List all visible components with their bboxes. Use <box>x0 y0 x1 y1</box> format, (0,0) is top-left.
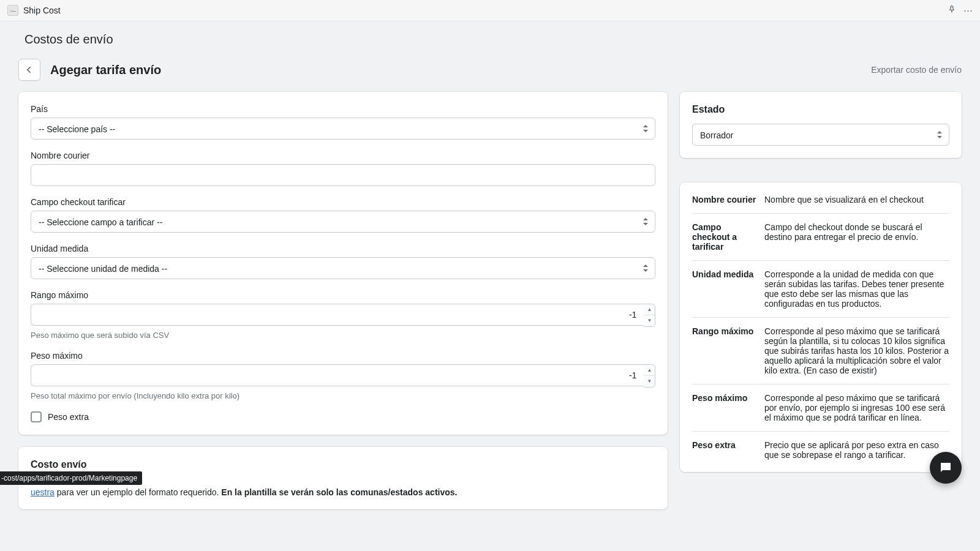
info-desc: Campo del checkout donde se buscará el d… <box>764 214 949 261</box>
export-link[interactable]: Exportar costo de envío <box>871 65 962 75</box>
peso-step-down[interactable]: ▼ <box>644 376 655 387</box>
app-bar: ◦– Ship Cost ⋯ <box>0 0 980 21</box>
info-row: Campo checkout a tarificarCampo del chec… <box>692 214 949 261</box>
peso-extra-checkbox[interactable] <box>31 411 42 422</box>
info-row: Unidad medidaCorresponde a la unidad de … <box>692 261 949 318</box>
info-row: Peso extraPrecio que se aplicará por pes… <box>692 432 949 469</box>
status-card: Estado Borrador <box>680 92 962 158</box>
campo-select[interactable]: -- Seleccione campo a tarificar -- <box>31 211 655 233</box>
chat-fab[interactable] <box>930 452 962 484</box>
status-heading: Estado <box>692 104 949 115</box>
peso-help: Peso total máximo por envío (Incluyendo … <box>31 391 655 400</box>
rango-step-down[interactable]: ▼ <box>644 315 655 326</box>
rango-input[interactable] <box>31 304 644 326</box>
rango-step-up[interactable]: ▲ <box>644 304 655 315</box>
unidad-label: Unidad medida <box>31 244 655 253</box>
rango-label: Rango máximo <box>31 290 655 300</box>
page-title: Agegar tarifa envío <box>50 63 161 77</box>
rango-help: Peso máximo que será subido vía CSV <box>31 331 655 340</box>
cost-title: Costo envío <box>31 459 655 470</box>
more-icon[interactable]: ⋯ <box>963 5 973 16</box>
info-card: Nombre courierNombre que se visualizará … <box>680 182 962 472</box>
pin-icon[interactable] <box>948 5 956 16</box>
app-icon: ◦– <box>7 5 18 16</box>
info-row: Nombre courierNombre que se visualizará … <box>692 186 949 214</box>
info-term: Unidad medida <box>692 261 764 318</box>
peso-label: Peso máximo <box>31 351 655 361</box>
unidad-select[interactable]: -- Seleccione unidad de medida -- <box>31 257 655 279</box>
peso-input[interactable] <box>31 364 644 386</box>
info-table: Nombre courierNombre que se visualizará … <box>692 186 949 468</box>
section-title: Costos de envío <box>24 32 956 47</box>
form-card: País -- Seleccione país -- Nombre courie… <box>18 92 668 435</box>
info-desc: Corresponde a la unidad de medida con qu… <box>764 261 949 318</box>
info-row: Rango máximoCorresponde al peso máximo q… <box>692 318 949 384</box>
info-term: Rango máximo <box>692 318 764 384</box>
cost-sample-link[interactable]: uestra <box>31 487 55 497</box>
pais-select[interactable]: -- Seleccione país -- <box>31 118 655 140</box>
info-row: Peso máximoCorresponde al peso máximo qu… <box>692 384 949 432</box>
peso-step-up[interactable]: ▲ <box>644 365 655 376</box>
page-header: Agegar tarifa envío Exportar costo de en… <box>0 55 980 92</box>
info-desc: Nombre que se visualizará en el checkout <box>764 186 949 214</box>
back-button[interactable] <box>18 59 40 81</box>
info-desc: Precio que se aplicará por peso extra en… <box>764 432 949 469</box>
pais-label: País <box>31 104 655 114</box>
section-header: Costos de envío <box>0 21 980 55</box>
info-desc: Corresponde al peso máximo que se tarifi… <box>764 318 949 384</box>
status-select[interactable]: Borrador <box>692 124 949 146</box>
cost-help-text: uestra para ver un ejemplo del formato r… <box>31 487 655 497</box>
info-term: Nombre courier <box>692 186 764 214</box>
info-term: Campo checkout a tarificar <box>692 214 764 261</box>
app-title: Ship Cost <box>23 6 61 15</box>
info-term: Peso máximo <box>692 384 764 432</box>
courier-input[interactable] <box>31 164 655 186</box>
peso-extra-label: Peso extra <box>48 412 89 422</box>
info-term: Peso extra <box>692 432 764 469</box>
info-desc: Corresponde al peso máximo que se tarifi… <box>764 384 949 432</box>
courier-label: Nombre courier <box>31 151 655 160</box>
campo-label: Campo checkout tarificar <box>31 197 655 207</box>
status-tooltip: -cost/apps/tarificador-prod/Marketingpag… <box>0 471 142 485</box>
